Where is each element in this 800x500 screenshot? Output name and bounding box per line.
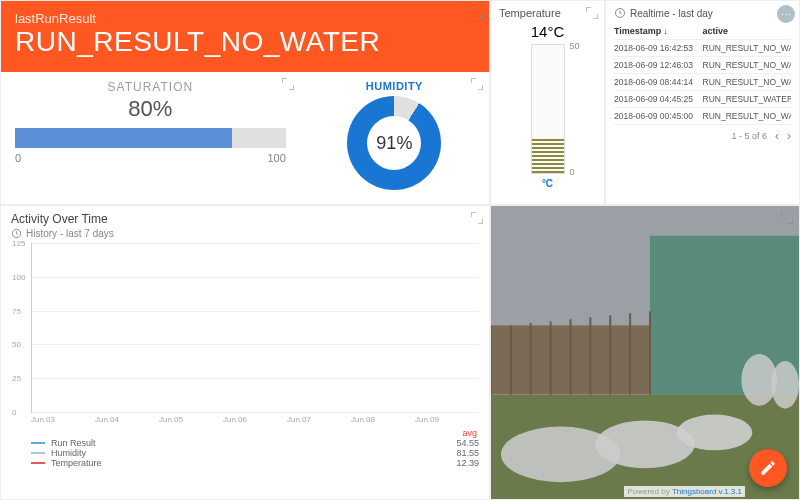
humidity-label: HUMIDITY: [310, 80, 479, 92]
camera-panel: Powered by Thingsboard v.1.3.1: [490, 205, 800, 500]
page-next-icon[interactable]: ›: [787, 129, 791, 143]
saturation-gauge: SATURATION 80% 0 100: [1, 72, 300, 204]
table-row[interactable]: 2018-06-09 00:45:00RUN_RESULT_NO_WATER: [614, 108, 791, 125]
col-timestamp[interactable]: Timestamp ↓: [614, 26, 703, 36]
edit-fab-button[interactable]: [749, 449, 787, 487]
fullscreen-icon[interactable]: [586, 7, 598, 19]
activity-title: Activity Over Time: [11, 212, 479, 226]
legend-item: Temperature12.39: [31, 458, 479, 468]
table-row[interactable]: 2018-06-09 08:44:14RUN_RESULT_NO_WATER: [614, 74, 791, 91]
realtime-header: Realtime - last day: [614, 7, 791, 19]
temperature-panel: Temperature 14°C 50 0 °C: [490, 0, 605, 205]
chart-legend: avg Run Result54.55Humidity81.55Temperat…: [31, 428, 479, 468]
temperature-unit: °C: [499, 178, 596, 189]
humidity-gauge: HUMIDITY 91%: [300, 72, 489, 204]
temperature-title: Temperature: [499, 7, 596, 19]
pencil-icon: [759, 459, 777, 477]
powered-by: Powered by Thingsboard v.1.3.1: [624, 486, 745, 497]
col-active[interactable]: active: [703, 26, 792, 36]
status-panel: lastRunResult RUN_RESULT_NO_WATER SATURA…: [0, 0, 490, 205]
clock-icon: [614, 7, 626, 19]
thingsboard-link[interactable]: Thingsboard v.1.3.1: [672, 487, 742, 496]
legend-item: Humidity81.55: [31, 448, 479, 458]
fullscreen-icon[interactable]: [471, 78, 483, 90]
sort-desc-icon: ↓: [663, 26, 668, 36]
pager: 1 - 5 of 6 ‹ ›: [614, 129, 791, 143]
banner-title: RUN_RESULT_NO_WATER: [15, 26, 475, 58]
fullscreen-icon[interactable]: [471, 212, 483, 224]
saturation-min: 0: [15, 152, 21, 164]
banner-subtitle: lastRunResult: [15, 11, 475, 26]
last-run-banner: lastRunResult RUN_RESULT_NO_WATER: [1, 1, 489, 72]
saturation-max: 100: [267, 152, 285, 164]
saturation-value: 80%: [15, 96, 286, 122]
fullscreen-icon[interactable]: [781, 212, 793, 224]
clock-icon: [11, 228, 22, 239]
realtime-panel: ⋯ Realtime - last day Timestamp ↓ active…: [605, 0, 800, 205]
table-row[interactable]: 2018-06-09 16:42:53RUN_RESULT_NO_WATER: [614, 40, 791, 57]
activity-subtitle: History - last 7 days: [11, 228, 479, 239]
svg-point-19: [771, 361, 799, 409]
thermometer: 50 0: [531, 44, 565, 174]
table-row[interactable]: 2018-06-09 12:46:03RUN_RESULT_NO_WATER: [614, 57, 791, 74]
temperature-value: 14°C: [499, 23, 596, 40]
legend-item: Run Result54.55: [31, 438, 479, 448]
activity-panel: Activity Over Time History - last 7 days…: [0, 205, 490, 500]
svg-point-17: [677, 415, 753, 451]
table-row[interactable]: 2018-06-09 04:45:25RUN_RESULT_WATER: [614, 91, 791, 108]
fullscreen-icon[interactable]: [282, 78, 294, 90]
page-prev-icon[interactable]: ‹: [775, 129, 779, 143]
saturation-label: SATURATION: [15, 80, 286, 94]
activity-chart: 0255075100125: [31, 243, 479, 413]
table-header: Timestamp ↓ active: [614, 23, 791, 40]
more-menu-icon[interactable]: ⋯: [777, 5, 795, 23]
humidity-value: 91%: [347, 96, 441, 190]
